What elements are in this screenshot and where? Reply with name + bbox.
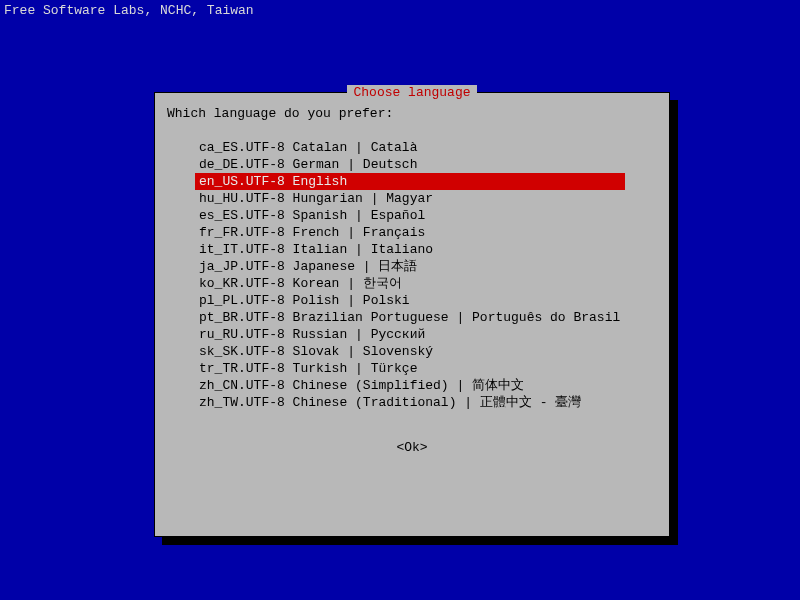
language-option[interactable]: zh_CN.UTF-8 Chinese (Simplified) | 简体中文 xyxy=(195,377,625,394)
dialog-title: Choose language xyxy=(155,84,669,101)
language-option[interactable]: it_IT.UTF-8 Italian | Italiano xyxy=(195,241,625,258)
page-header: Free Software Labs, NCHC, Taiwan xyxy=(0,0,800,21)
language-option[interactable]: sk_SK.UTF-8 Slovak | Slovenský xyxy=(195,343,625,360)
language-option[interactable]: en_US.UTF-8 English xyxy=(195,173,625,190)
dialog-body: Which language do you prefer: ca_ES.UTF-… xyxy=(155,93,669,456)
language-option[interactable]: zh_TW.UTF-8 Chinese (Traditional) | 正體中文… xyxy=(195,394,625,411)
ok-button[interactable]: <Ok> xyxy=(396,440,427,455)
language-option[interactable]: hu_HU.UTF-8 Hungarian | Magyar xyxy=(195,190,625,207)
language-option[interactable]: es_ES.UTF-8 Spanish | Español xyxy=(195,207,625,224)
language-option[interactable]: ru_RU.UTF-8 Russian | Русский xyxy=(195,326,625,343)
language-option[interactable]: tr_TR.UTF-8 Turkish | Türkçe xyxy=(195,360,625,377)
language-option[interactable]: pl_PL.UTF-8 Polish | Polski xyxy=(195,292,625,309)
language-option[interactable]: ca_ES.UTF-8 Catalan | Català xyxy=(195,139,625,156)
language-option[interactable]: fr_FR.UTF-8 French | Français xyxy=(195,224,625,241)
dialog-container: Choose language Which language do you pr… xyxy=(154,92,670,537)
language-option[interactable]: de_DE.UTF-8 German | Deutsch xyxy=(195,156,625,173)
dialog-prompt: Which language do you prefer: xyxy=(167,105,657,122)
choose-language-dialog: Choose language Which language do you pr… xyxy=(154,92,670,537)
language-option[interactable]: pt_BR.UTF-8 Brazilian Portuguese | Portu… xyxy=(195,309,625,326)
dialog-button-row: <Ok> xyxy=(167,439,657,456)
language-list[interactable]: ca_ES.UTF-8 Catalan | Catalàde_DE.UTF-8 … xyxy=(195,139,657,411)
dialog-title-text: Choose language xyxy=(347,85,476,100)
language-option[interactable]: ko_KR.UTF-8 Korean | 한국어 xyxy=(195,275,625,292)
language-option[interactable]: ja_JP.UTF-8 Japanese | 日本語 xyxy=(195,258,625,275)
